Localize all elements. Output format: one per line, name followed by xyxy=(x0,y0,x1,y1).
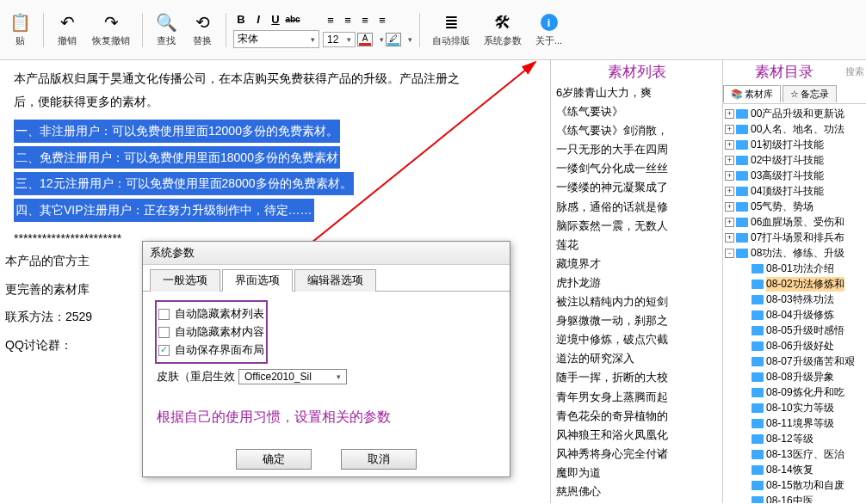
tree-node[interactable]: 08-07升级痛苦和艰 xyxy=(723,353,866,369)
list-item[interactable]: 一只无形的大手在四周 xyxy=(556,140,717,159)
undo-button[interactable]: ↶撤销 xyxy=(51,9,84,52)
list-item[interactable]: 风神狼王和浴火凤凰化 xyxy=(556,426,717,445)
find-button[interactable]: 🔍查找 xyxy=(150,9,182,52)
list-item[interactable]: 虎扑龙游 xyxy=(556,274,717,292)
tree-node[interactable]: 08-12等级 xyxy=(723,431,866,446)
font-name-select[interactable]: 宋体▾ xyxy=(233,30,319,48)
font-color-drop[interactable]: ▾ xyxy=(374,35,384,44)
list-item[interactable]: 魔即为道 xyxy=(556,464,717,482)
tree-body[interactable]: +00产品升级和更新说+00人名、地名、功法+01初级打斗技能+02中级打斗技能… xyxy=(723,104,866,503)
tab-library[interactable]: 📚素材库 xyxy=(723,85,781,102)
list-item[interactable]: 随手一挥，折断的大校 xyxy=(556,368,717,387)
list-item[interactable]: 《练气要诀》 xyxy=(556,102,717,121)
tree-node[interactable]: 08-01功法介绍 xyxy=(723,261,866,276)
strike-button[interactable]: abc xyxy=(285,11,300,27)
tree-node[interactable]: +00产品升级和更新说 xyxy=(723,106,866,121)
tree-node[interactable]: 08-03特殊功法 xyxy=(723,292,866,307)
tree-node[interactable]: 08-02功法修炼和 xyxy=(723,276,866,292)
collapse-icon[interactable]: - xyxy=(725,249,734,258)
about-button[interactable]: i关于... xyxy=(530,9,567,52)
tree-node[interactable]: +03高级打斗技能 xyxy=(723,168,866,183)
expand-icon[interactable]: + xyxy=(725,233,734,243)
tree-label: 07打斗场景和排兵布 xyxy=(751,230,844,245)
search-placeholder[interactable]: 搜索 xyxy=(845,65,866,78)
skin-select[interactable]: Office2010_Sil▾ xyxy=(238,369,347,384)
expand-icon[interactable]: + xyxy=(725,140,734,150)
folder-icon xyxy=(752,357,764,366)
tree-node[interactable]: +04顶级打斗技能 xyxy=(723,183,866,199)
tab-general[interactable]: 一般选项 xyxy=(150,269,220,292)
tree-node[interactable]: 08-16中医 xyxy=(723,493,866,503)
list-item[interactable]: 一缕缕的神元凝聚成了 xyxy=(556,178,717,197)
expand-icon[interactable]: + xyxy=(725,156,734,165)
list-item[interactable]: 脉感，通俗的话就是修 xyxy=(556,198,717,217)
redo-button[interactable]: ↷恢复撤销 xyxy=(87,9,135,52)
expand-icon[interactable]: + xyxy=(725,125,734,134)
list-item[interactable]: 莲花 xyxy=(556,236,717,255)
tree-node[interactable]: 08-06升级好处 xyxy=(723,338,866,353)
list-item[interactable]: 逆境中修炼，破点穴截 xyxy=(556,330,717,349)
list-item[interactable]: 一缕剑气分化成一丝丝 xyxy=(556,159,717,178)
highlight-button[interactable]: 🖊 xyxy=(386,33,401,46)
bold-button[interactable]: B xyxy=(233,11,249,27)
expand-icon[interactable]: + xyxy=(725,187,734,196)
tree-node[interactable]: 08-08升级异象 xyxy=(723,369,866,384)
tree-node[interactable]: 08-10实力等级 xyxy=(723,400,866,415)
underline-button[interactable]: U xyxy=(268,11,283,27)
replace-button[interactable]: ⟲替换 xyxy=(186,9,219,52)
font-color-button[interactable]: A xyxy=(357,33,373,46)
tree-node[interactable]: +07打斗场景和排兵布 xyxy=(723,230,866,245)
checkbox-save-layout[interactable] xyxy=(158,345,170,356)
expand-icon[interactable]: + xyxy=(725,218,734,227)
tree-node[interactable]: -08功法、修练、升级 xyxy=(723,245,866,261)
expand-icon[interactable]: + xyxy=(725,171,734,181)
tree-node[interactable]: +00人名、地名、功法 xyxy=(723,121,866,137)
list-item[interactable]: 道法的研究深入 xyxy=(556,349,717,368)
tree-node[interactable]: 08-04升级修炼 xyxy=(723,307,866,323)
material-list[interactable]: 6岁膝青山大力，爽 《练气要诀》 《练气要诀》剑消散，一只无形的大手在四周一缕剑… xyxy=(551,83,722,496)
tree-node[interactable]: +06血腥场景、受伤和 xyxy=(723,214,866,230)
checkbox-hide-content[interactable] xyxy=(158,327,170,338)
align-center-button[interactable]: ≡ xyxy=(340,13,356,28)
tab-memo[interactable]: ☆备忘录 xyxy=(782,85,837,102)
tab-ui[interactable]: 界面选项 xyxy=(222,269,293,292)
list-item[interactable]: 慈恩佛心 xyxy=(556,482,717,496)
list-item[interactable]: 6岁膝青山大力，爽 xyxy=(556,83,717,102)
folder-icon xyxy=(736,249,748,258)
tree-label: 08-04升级修炼 xyxy=(766,308,834,323)
expand-icon[interactable]: + xyxy=(725,202,734,212)
auto-layout-button[interactable]: ≣自动排版 xyxy=(427,9,475,52)
folder-icon xyxy=(752,496,764,504)
tab-editor[interactable]: 编辑器选项 xyxy=(294,269,376,292)
list-item[interactable]: 脑际轰然一震，无数人 xyxy=(556,217,717,236)
list-item[interactable]: 《练气要诀》剑消散， xyxy=(556,121,717,140)
list-item[interactable]: 青色花朵的奇异植物的 xyxy=(556,407,717,426)
font-size-select[interactable]: 12▾ xyxy=(323,32,356,47)
align-justify-button[interactable]: ≡ xyxy=(374,13,390,28)
tree-node[interactable]: 08-05升级时感悟 xyxy=(723,323,866,338)
tree-node[interactable]: 08-15散功和自废 xyxy=(723,477,866,493)
tree-node[interactable]: 08-14恢复 xyxy=(723,462,866,477)
list-item[interactable]: 藏境界才 xyxy=(556,255,717,274)
paste-button[interactable]: 📋贴 xyxy=(3,9,36,52)
list-item[interactable]: 身躯微微一动，刹那之 xyxy=(556,311,717,330)
tree-node[interactable]: +05气势、势场 xyxy=(723,199,866,214)
list-item[interactable]: 被注以精纯内力的短剑 xyxy=(556,292,717,311)
list-item[interactable]: 青年男女身上蒸腾而起 xyxy=(556,388,717,407)
checkbox-hide-list[interactable] xyxy=(158,309,170,320)
cancel-button[interactable]: 取消 xyxy=(341,449,417,470)
sys-params-button[interactable]: 🛠系统参数 xyxy=(479,9,527,52)
tree-node[interactable]: +02中级打斗技能 xyxy=(723,152,866,168)
highlight-drop[interactable]: ▾ xyxy=(403,35,412,44)
align-right-button[interactable]: ≡ xyxy=(357,13,373,28)
tree-node[interactable]: 08-11境界等级 xyxy=(723,415,866,431)
ok-button[interactable]: 确定 xyxy=(236,449,312,470)
tree-node[interactable]: 08-09炼化丹和吃 xyxy=(723,384,866,400)
align-left-button[interactable]: ≡ xyxy=(323,13,338,28)
italic-button[interactable]: I xyxy=(251,11,266,27)
folder-icon xyxy=(736,187,748,196)
tree-node[interactable]: 08-13医疗、医治 xyxy=(723,446,866,462)
tree-node[interactable]: +01初级打斗技能 xyxy=(723,137,866,152)
list-item[interactable]: 风神秀将身心完全付诸 xyxy=(556,445,717,464)
expand-icon[interactable]: + xyxy=(725,109,734,119)
